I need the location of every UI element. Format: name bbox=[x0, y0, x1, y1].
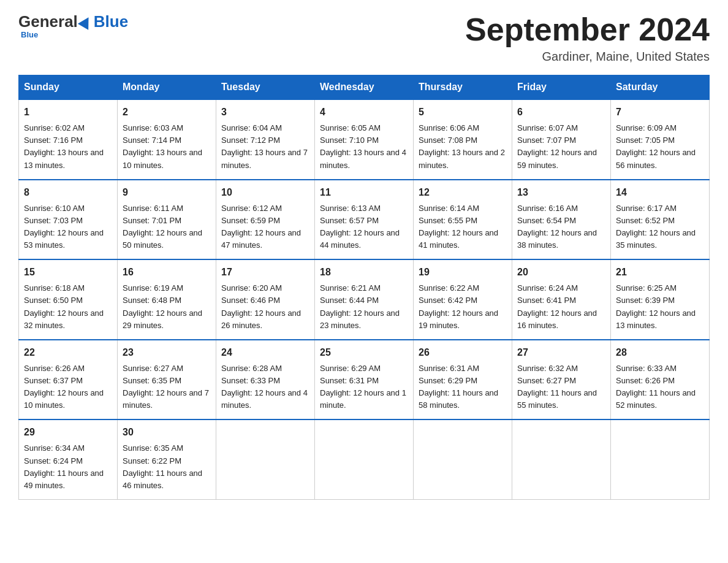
calendar-cell: 25Sunrise: 6:29 AMSunset: 6:31 PMDayligh… bbox=[315, 340, 414, 420]
day-info: Sunrise: 6:09 AMSunset: 7:05 PMDaylight:… bbox=[616, 123, 696, 169]
day-number: 4 bbox=[320, 105, 408, 120]
calendar-week-row: 29Sunrise: 6:34 AMSunset: 6:24 PMDayligh… bbox=[19, 419, 710, 499]
day-info: Sunrise: 6:25 AMSunset: 6:39 PMDaylight:… bbox=[616, 283, 696, 329]
logo-general-text: General bbox=[18, 12, 78, 31]
day-info: Sunrise: 6:27 AMSunset: 6:35 PMDaylight:… bbox=[123, 364, 209, 410]
day-number: 19 bbox=[419, 265, 507, 280]
day-number: 18 bbox=[320, 265, 408, 280]
day-info: Sunrise: 6:19 AMSunset: 6:48 PMDaylight:… bbox=[123, 283, 202, 329]
day-info: Sunrise: 6:35 AMSunset: 6:22 PMDaylight:… bbox=[123, 443, 202, 489]
day-info: Sunrise: 6:04 AMSunset: 7:12 PMDaylight:… bbox=[221, 123, 308, 169]
day-number: 2 bbox=[123, 105, 211, 120]
calendar-cell: 5Sunrise: 6:06 AMSunset: 7:08 PMDaylight… bbox=[414, 99, 512, 180]
day-info: Sunrise: 6:33 AMSunset: 6:26 PMDaylight:… bbox=[616, 364, 696, 410]
calendar-cell: 27Sunrise: 6:32 AMSunset: 6:27 PMDayligh… bbox=[512, 340, 611, 420]
day-header-tuesday: Tuesday bbox=[216, 75, 315, 100]
calendar-cell: 13Sunrise: 6:16 AMSunset: 6:54 PMDayligh… bbox=[512, 180, 611, 260]
logo-subtitle: Blue bbox=[21, 30, 38, 39]
calendar-cell: 23Sunrise: 6:27 AMSunset: 6:35 PMDayligh… bbox=[118, 340, 216, 420]
calendar-cell: 20Sunrise: 6:24 AMSunset: 6:41 PMDayligh… bbox=[512, 259, 611, 340]
day-number: 24 bbox=[221, 345, 309, 360]
calendar-cell: 15Sunrise: 6:18 AMSunset: 6:50 PMDayligh… bbox=[19, 259, 118, 340]
day-info: Sunrise: 6:17 AMSunset: 6:52 PMDaylight:… bbox=[616, 204, 696, 250]
day-number: 30 bbox=[123, 425, 211, 440]
logo: General Blue Blue bbox=[18, 12, 128, 39]
month-title: September 2024 bbox=[465, 12, 710, 47]
day-info: Sunrise: 6:14 AMSunset: 6:55 PMDaylight:… bbox=[419, 204, 498, 250]
day-number: 11 bbox=[320, 185, 408, 200]
calendar-header-row: SundayMondayTuesdayWednesdayThursdayFrid… bbox=[19, 75, 710, 100]
day-header-wednesday: Wednesday bbox=[315, 75, 414, 100]
day-number: 13 bbox=[517, 185, 605, 200]
day-info: Sunrise: 6:22 AMSunset: 6:42 PMDaylight:… bbox=[419, 283, 498, 329]
day-number: 21 bbox=[616, 265, 704, 280]
calendar-cell bbox=[315, 419, 414, 499]
calendar-cell: 21Sunrise: 6:25 AMSunset: 6:39 PMDayligh… bbox=[611, 259, 710, 340]
day-number: 5 bbox=[419, 105, 507, 120]
day-info: Sunrise: 6:02 AMSunset: 7:16 PMDaylight:… bbox=[24, 123, 104, 169]
calendar-cell bbox=[216, 419, 315, 499]
calendar-cell: 6Sunrise: 6:07 AMSunset: 7:07 PMDaylight… bbox=[512, 99, 611, 180]
day-number: 27 bbox=[517, 345, 605, 360]
calendar-cell: 9Sunrise: 6:11 AMSunset: 7:01 PMDaylight… bbox=[118, 180, 216, 260]
day-header-thursday: Thursday bbox=[414, 75, 512, 100]
calendar-cell: 22Sunrise: 6:26 AMSunset: 6:37 PMDayligh… bbox=[19, 340, 118, 420]
calendar-cell: 11Sunrise: 6:13 AMSunset: 6:57 PMDayligh… bbox=[315, 180, 414, 260]
title-block: September 2024 Gardiner, Maine, United S… bbox=[465, 12, 710, 64]
day-number: 10 bbox=[221, 185, 309, 200]
day-info: Sunrise: 6:28 AMSunset: 6:33 PMDaylight:… bbox=[221, 364, 308, 410]
calendar-cell: 4Sunrise: 6:05 AMSunset: 7:10 PMDaylight… bbox=[315, 99, 414, 180]
day-number: 16 bbox=[123, 265, 211, 280]
day-number: 12 bbox=[419, 185, 507, 200]
day-number: 9 bbox=[123, 185, 211, 200]
calendar-cell: 1Sunrise: 6:02 AMSunset: 7:16 PMDaylight… bbox=[19, 99, 118, 180]
day-number: 1 bbox=[24, 105, 112, 120]
day-header-sunday: Sunday bbox=[19, 75, 118, 100]
calendar-cell bbox=[414, 419, 512, 499]
day-number: 26 bbox=[419, 345, 507, 360]
calendar-week-row: 22Sunrise: 6:26 AMSunset: 6:37 PMDayligh… bbox=[19, 340, 710, 420]
day-info: Sunrise: 6:05 AMSunset: 7:10 PMDaylight:… bbox=[320, 123, 406, 169]
day-number: 20 bbox=[517, 265, 605, 280]
calendar-cell: 7Sunrise: 6:09 AMSunset: 7:05 PMDaylight… bbox=[611, 99, 710, 180]
day-info: Sunrise: 6:12 AMSunset: 6:59 PMDaylight:… bbox=[221, 204, 301, 250]
day-number: 6 bbox=[517, 105, 605, 120]
day-number: 15 bbox=[24, 265, 112, 280]
calendar-cell: 26Sunrise: 6:31 AMSunset: 6:29 PMDayligh… bbox=[414, 340, 512, 420]
day-info: Sunrise: 6:21 AMSunset: 6:44 PMDaylight:… bbox=[320, 283, 400, 329]
day-info: Sunrise: 6:16 AMSunset: 6:54 PMDaylight:… bbox=[517, 204, 597, 250]
calendar-cell bbox=[611, 419, 710, 499]
day-info: Sunrise: 6:03 AMSunset: 7:14 PMDaylight:… bbox=[123, 123, 202, 169]
day-info: Sunrise: 6:29 AMSunset: 6:31 PMDaylight:… bbox=[320, 364, 406, 410]
calendar-cell: 8Sunrise: 6:10 AMSunset: 7:03 PMDaylight… bbox=[19, 180, 118, 260]
day-info: Sunrise: 6:24 AMSunset: 6:41 PMDaylight:… bbox=[517, 283, 597, 329]
day-header-friday: Friday bbox=[512, 75, 611, 100]
calendar-cell: 19Sunrise: 6:22 AMSunset: 6:42 PMDayligh… bbox=[414, 259, 512, 340]
day-number: 17 bbox=[221, 265, 309, 280]
calendar-cell: 29Sunrise: 6:34 AMSunset: 6:24 PMDayligh… bbox=[19, 419, 118, 499]
day-info: Sunrise: 6:06 AMSunset: 7:08 PMDaylight:… bbox=[419, 123, 505, 169]
day-info: Sunrise: 6:13 AMSunset: 6:57 PMDaylight:… bbox=[320, 204, 400, 250]
calendar-cell: 10Sunrise: 6:12 AMSunset: 6:59 PMDayligh… bbox=[216, 180, 315, 260]
day-number: 22 bbox=[24, 345, 112, 360]
day-number: 23 bbox=[123, 345, 211, 360]
location-title: Gardiner, Maine, United States bbox=[465, 50, 710, 64]
day-number: 7 bbox=[616, 105, 704, 120]
day-info: Sunrise: 6:07 AMSunset: 7:07 PMDaylight:… bbox=[517, 123, 597, 169]
calendar-cell: 24Sunrise: 6:28 AMSunset: 6:33 PMDayligh… bbox=[216, 340, 315, 420]
calendar-week-row: 1Sunrise: 6:02 AMSunset: 7:16 PMDaylight… bbox=[19, 99, 710, 180]
calendar-cell: 28Sunrise: 6:33 AMSunset: 6:26 PMDayligh… bbox=[611, 340, 710, 420]
calendar-week-row: 8Sunrise: 6:10 AMSunset: 7:03 PMDaylight… bbox=[19, 180, 710, 260]
day-number: 28 bbox=[616, 345, 704, 360]
day-header-monday: Monday bbox=[118, 75, 216, 100]
day-number: 3 bbox=[221, 105, 309, 120]
logo-triangle-icon bbox=[78, 14, 94, 30]
day-info: Sunrise: 6:18 AMSunset: 6:50 PMDaylight:… bbox=[24, 283, 104, 329]
day-number: 25 bbox=[320, 345, 408, 360]
logo-blue-text: Blue bbox=[94, 12, 128, 31]
day-info: Sunrise: 6:20 AMSunset: 6:46 PMDaylight:… bbox=[221, 283, 301, 329]
calendar-week-row: 15Sunrise: 6:18 AMSunset: 6:50 PMDayligh… bbox=[19, 259, 710, 340]
calendar-cell: 18Sunrise: 6:21 AMSunset: 6:44 PMDayligh… bbox=[315, 259, 414, 340]
day-number: 14 bbox=[616, 185, 704, 200]
calendar-cell: 16Sunrise: 6:19 AMSunset: 6:48 PMDayligh… bbox=[118, 259, 216, 340]
